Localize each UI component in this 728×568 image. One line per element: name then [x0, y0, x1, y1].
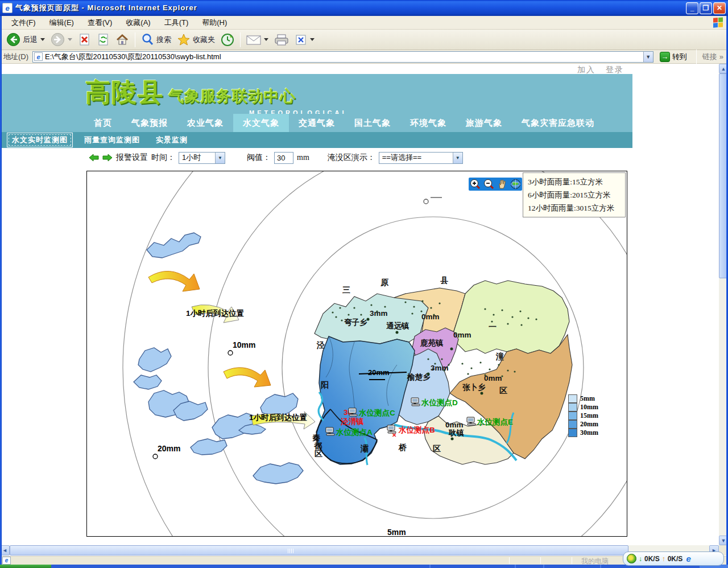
- refresh-icon: [97, 33, 110, 46]
- threshold-input[interactable]: 30: [274, 152, 293, 164]
- area-char: 泾: [316, 340, 325, 349]
- status-separator: [509, 557, 510, 564]
- menu-tools[interactable]: 工具(T): [158, 16, 196, 30]
- page-favicon: e: [34, 52, 43, 61]
- station-b-label: 水位测点B: [398, 426, 435, 434]
- window-border-left: [0, 16, 2, 565]
- toolbar-separator: [135, 32, 135, 47]
- region-tongyuan-value: 0mm: [421, 312, 440, 321]
- print-icon: [274, 34, 289, 46]
- forward-dropdown-icon[interactable]: [68, 38, 72, 41]
- ie-logo-icon: e: [686, 554, 690, 563]
- history-button[interactable]: [218, 32, 237, 48]
- map-globe-icon[interactable]: [510, 179, 521, 190]
- rainfall-12h: 12小时面雨量:3015立方米: [528, 203, 621, 213]
- close-button[interactable]: ✕: [713, 2, 726, 14]
- address-dropdown-icon[interactable]: ▼: [643, 52, 653, 62]
- status-separator: [540, 557, 541, 564]
- back-button[interactable]: 后退: [3, 31, 48, 48]
- address-separator: [696, 50, 697, 64]
- region-gengzhen-label: 耿镇: [448, 429, 465, 437]
- nav-land[interactable]: 国土气象: [345, 114, 400, 132]
- edit-dropdown-icon[interactable]: [310, 38, 315, 41]
- station-a-pc-icon: [326, 427, 334, 435]
- map-pan-hand-icon[interactable]: [497, 179, 507, 190]
- nav-disaster-emergency[interactable]: 气象灾害应急联动: [512, 114, 604, 132]
- title-bar: e 气象预报页面原型 - Microsoft Internet Explorer…: [0, 0, 728, 16]
- station-d-label: 水位测点D: [421, 398, 458, 407]
- speed-app-icon: [627, 554, 636, 563]
- go-button[interactable]: → 转到: [656, 51, 690, 63]
- nav-environment[interactable]: 环境气象: [400, 114, 456, 132]
- time-select[interactable]: 1小时 ▼: [179, 152, 225, 164]
- edit-button[interactable]: [292, 32, 317, 47]
- menu-edit[interactable]: 编辑(E): [43, 16, 81, 30]
- search-label: 搜索: [156, 35, 171, 45]
- station-c-label: 水位测点C: [358, 409, 395, 417]
- forward-button[interactable]: [48, 31, 75, 48]
- windows-logo-icon: [713, 17, 723, 28]
- map-zoom-in-icon[interactable]: [470, 179, 481, 190]
- refresh-button[interactable]: [94, 32, 113, 47]
- menu-view[interactable]: 查看(V): [81, 16, 119, 30]
- flood-select-arrow-icon[interactable]: ▼: [453, 153, 462, 163]
- print-button[interactable]: [271, 32, 292, 47]
- map-zoom-out-icon[interactable]: [483, 179, 494, 190]
- menu-help[interactable]: 帮助(H): [195, 16, 234, 30]
- station-c-pc-icon: [349, 408, 357, 416]
- minimize-button[interactable]: _: [686, 2, 698, 14]
- mail-dropdown-icon[interactable]: [264, 38, 268, 41]
- back-dropdown-icon[interactable]: [40, 38, 45, 41]
- nav-weather-forecast[interactable]: 气象预报: [122, 114, 177, 132]
- legend-item: 15mm: [568, 411, 598, 420]
- subtab-realtime-monitor[interactable]: 水文实时监测图: [7, 133, 73, 147]
- menu-favorites[interactable]: 收藏(A): [119, 16, 157, 30]
- region-green-east[interactable]: [452, 281, 569, 353]
- join-link[interactable]: 加入: [577, 65, 595, 74]
- station-a[interactable]: 水位测点A: [326, 427, 373, 437]
- mail-icon: [246, 34, 261, 46]
- time-select-arrow-icon[interactable]: ▼: [215, 153, 225, 163]
- address-input[interactable]: e E:\气象台\原型20110530\原型20110530\swyb-list…: [32, 51, 653, 63]
- nav-traffic[interactable]: 交通气象: [289, 114, 345, 132]
- map-canvas: 10mm 20mm 5mm 20mm 1小时后到达位置 1小时后到达位置: [87, 171, 627, 536]
- horizontal-scrollbar[interactable]: ◄ ►: [0, 545, 719, 555]
- station-d[interactable]: 水位测点D: [411, 398, 458, 407]
- nav-home[interactable]: 首页: [84, 114, 122, 132]
- nav-tourism[interactable]: 旅游气象: [456, 114, 512, 132]
- hydrology-map[interactable]: 10mm 20mm 5mm 20mm 1小时后到达位置 1小时后到达位置: [86, 171, 627, 537]
- subtab-live-view[interactable]: 实景监测: [156, 135, 188, 145]
- station-c[interactable]: 水位测点C: [349, 408, 395, 417]
- subtab-rainfall-query[interactable]: 雨量查询监测图: [84, 135, 140, 145]
- favorites-star-icon: [177, 33, 191, 46]
- region-gengzhen-value: 0mm: [445, 421, 464, 429]
- contour-20mm-line-label: 20mm: [368, 368, 390, 377]
- region-wanzi-label: 弯子乡: [344, 318, 367, 327]
- next-arrow-icon[interactable]: [102, 154, 113, 162]
- restore-button[interactable]: ❐: [700, 2, 712, 14]
- start-button[interactable]: [0, 565, 51, 568]
- taskbar: [0, 565, 728, 568]
- download-speed: 0K/S: [644, 555, 660, 563]
- home-button[interactable]: [113, 32, 132, 47]
- area-char: 潼: [495, 352, 504, 361]
- network-speed-panel: ↓ 0K/S ↑ 0K/S e: [623, 551, 724, 566]
- login-link[interactable]: 登录: [606, 65, 624, 74]
- region-wanzi[interactable]: [315, 294, 428, 344]
- search-button[interactable]: 搜索: [138, 32, 174, 47]
- station-e[interactable]: 水位测点E: [467, 417, 513, 426]
- flood-select[interactable]: ==请选择== ▼: [379, 152, 463, 164]
- nav-hydrology[interactable]: 水文气象: [233, 114, 289, 132]
- legend-item: 20mm: [568, 420, 598, 429]
- contour-10mm-label: 10mm: [233, 340, 255, 349]
- legend-swatch: [568, 411, 577, 420]
- stop-button[interactable]: [75, 32, 94, 47]
- menu-file[interactable]: 文件(F): [5, 16, 43, 30]
- area-rainfall-info-box: 3小时面雨量:15立方米 6小时面雨量:2015立方米 12小时面雨量:3015…: [523, 172, 626, 217]
- links-menu[interactable]: 链接 »: [702, 52, 726, 62]
- horizontal-scroll-thumb[interactable]: [10, 545, 628, 555]
- prev-arrow-icon[interactable]: [89, 154, 99, 162]
- mail-button[interactable]: [243, 33, 271, 47]
- nav-agriculture[interactable]: 农业气象: [177, 114, 233, 132]
- favorites-button[interactable]: 收藏夹: [174, 32, 218, 47]
